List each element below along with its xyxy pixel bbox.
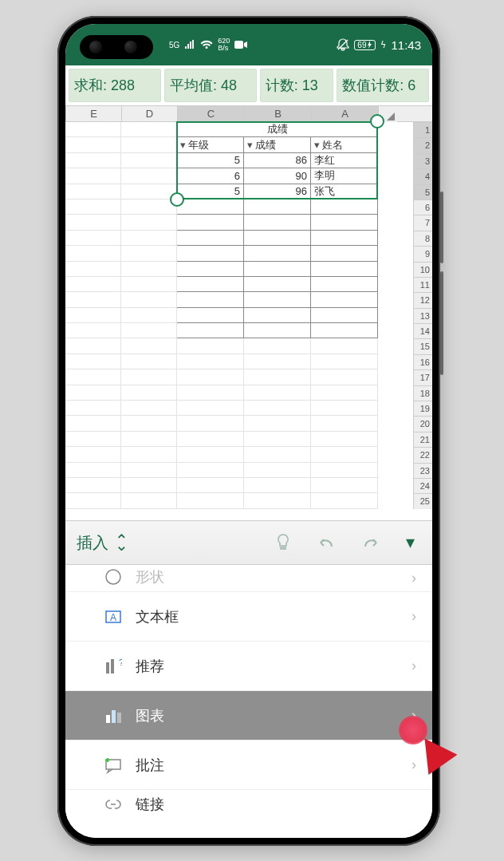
cell[interactable] [121, 246, 177, 261]
cell-header[interactable]: ▾姓名 [311, 137, 378, 152]
row-header[interactable]: 2 [413, 137, 432, 152]
cell[interactable] [311, 231, 378, 246]
cell[interactable] [311, 432, 378, 447]
row-header[interactable]: 6 [413, 199, 432, 215]
cell[interactable] [65, 338, 121, 353]
filter-icon[interactable]: ▾ [247, 139, 253, 151]
cell[interactable] [121, 231, 177, 246]
cell[interactable] [65, 277, 121, 292]
cell[interactable] [244, 401, 311, 416]
cell[interactable]: 90 [244, 168, 311, 184]
cell[interactable] [177, 262, 244, 277]
cell[interactable] [121, 493, 177, 508]
row-header[interactable]: 18 [413, 385, 432, 401]
cell[interactable] [121, 385, 177, 401]
cell[interactable] [65, 122, 121, 137]
cell[interactable] [121, 369, 177, 385]
cell[interactable] [244, 308, 311, 323]
cell[interactable] [244, 292, 311, 307]
row-header[interactable]: 21 [413, 432, 432, 447]
cell[interactable] [121, 416, 177, 431]
cell[interactable] [311, 478, 378, 493]
cell[interactable] [311, 369, 378, 385]
cell[interactable] [121, 323, 177, 338]
cell[interactable] [244, 231, 311, 246]
cell-header[interactable]: ▾年级 [177, 137, 244, 152]
cell[interactable] [121, 338, 177, 353]
cell[interactable] [65, 168, 121, 184]
cell[interactable] [244, 478, 311, 493]
cell[interactable] [177, 385, 244, 401]
spreadsheet[interactable]: E D C B A 1 2 3 4 5 6 7 8 9 10 11 12 13 [65, 105, 432, 520]
cell[interactable] [121, 277, 177, 292]
col-header[interactable]: B [244, 106, 311, 121]
cell[interactable] [311, 246, 378, 261]
menu-item-chart[interactable]: 图表 › [65, 691, 432, 741]
row-header[interactable]: 13 [413, 308, 432, 323]
cell[interactable] [177, 215, 244, 230]
cell[interactable] [177, 463, 244, 478]
cell[interactable] [65, 369, 121, 385]
cell[interactable] [121, 478, 177, 493]
row-header[interactable]: 4 [413, 168, 432, 184]
cell[interactable] [65, 478, 121, 493]
cell[interactable] [177, 416, 244, 431]
cell[interactable]: 96 [244, 184, 311, 199]
row-header[interactable]: 9 [413, 246, 432, 261]
cell[interactable] [121, 168, 177, 184]
cell[interactable] [244, 447, 311, 462]
filter-icon[interactable]: ▾ [180, 139, 186, 151]
col-header[interactable]: E [65, 106, 121, 121]
cell[interactable] [311, 416, 378, 431]
cell[interactable] [65, 432, 121, 447]
cell[interactable] [311, 292, 378, 307]
cell[interactable] [244, 369, 311, 385]
cell[interactable] [121, 308, 177, 323]
row-header[interactable]: 1 [413, 122, 432, 137]
cell[interactable] [121, 432, 177, 447]
row-header[interactable]: 22 [413, 447, 432, 462]
cell[interactable] [311, 199, 378, 215]
stat-count[interactable]: 计数: 13 [260, 69, 333, 102]
cell[interactable] [177, 369, 244, 385]
cell[interactable] [177, 354, 244, 369]
cell[interactable] [244, 323, 311, 338]
cell[interactable]: 张飞 [311, 184, 378, 199]
cell[interactable] [121, 354, 177, 369]
cell[interactable] [244, 199, 311, 215]
row-header[interactable]: 5 [413, 184, 432, 199]
row-header[interactable]: 11 [413, 277, 432, 292]
cell[interactable] [65, 323, 121, 338]
cell[interactable] [244, 354, 311, 369]
cell[interactable] [311, 262, 378, 277]
cell[interactable] [121, 262, 177, 277]
cell[interactable] [121, 463, 177, 478]
cell[interactable] [65, 401, 121, 416]
selection-handle[interactable] [170, 192, 184, 207]
cell[interactable] [311, 463, 378, 478]
menu-item-recommend[interactable]: ? 推荐 › [65, 642, 432, 691]
cell[interactable] [311, 401, 378, 416]
cell[interactable] [121, 401, 177, 416]
cell[interactable]: 86 [244, 153, 311, 168]
cell[interactable] [177, 199, 244, 215]
row-header[interactable]: 25 [413, 493, 432, 508]
cell[interactable] [177, 308, 244, 323]
row-header[interactable]: 7 [413, 215, 432, 230]
cell[interactable] [311, 277, 378, 292]
menu-item-link[interactable]: 链接 [65, 790, 432, 817]
cell[interactable] [244, 493, 311, 508]
cell[interactable] [244, 416, 311, 431]
cell[interactable]: 李明 [311, 168, 378, 184]
cell[interactable] [244, 215, 311, 230]
chevron-down-icon[interactable]: ▾ [400, 532, 421, 553]
cell[interactable] [177, 231, 244, 246]
filter-icon[interactable]: ▾ [314, 139, 320, 151]
row-header[interactable]: 12 [413, 292, 432, 307]
insert-menu[interactable]: 形状 › A 文本框 › ? 推荐 › 图表 [65, 565, 432, 838]
cell[interactable]: 5 [177, 153, 244, 168]
cell[interactable] [121, 292, 177, 307]
cell[interactable] [177, 338, 244, 353]
cell[interactable] [177, 323, 244, 338]
cell[interactable] [311, 493, 378, 508]
